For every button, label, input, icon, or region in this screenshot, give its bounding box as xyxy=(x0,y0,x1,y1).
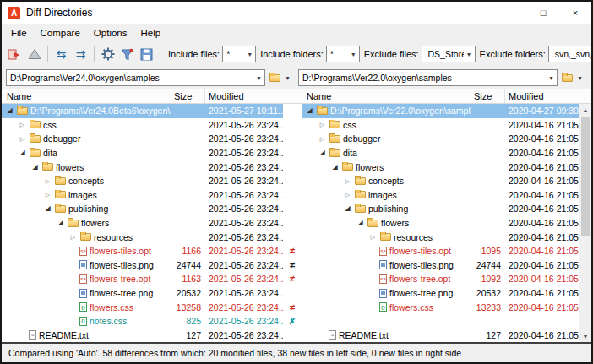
expand-arrow-icon[interactable]: ▷ xyxy=(18,122,27,128)
left-tree-row[interactable]: ▷resources2021-05-26 23:24... xyxy=(2,230,283,244)
left-tree-row[interactable]: flowers.css132582021-05-26 23:24... xyxy=(2,300,283,314)
left-tree-row[interactable]: notes.css8252021-05-26 23:24... xyxy=(2,314,283,329)
left-tree-row[interactable]: flowers-tree.png205322021-05-26 23:24... xyxy=(2,286,283,301)
left-column-header-size[interactable]: Size xyxy=(171,89,204,103)
left-tree-row[interactable]: ▷images2021-05-26 23:24... xyxy=(2,188,283,203)
menu-file[interactable]: File xyxy=(4,26,34,40)
scrollbar-thumb[interactable] xyxy=(581,117,590,236)
left-tree-row[interactable]: ◢flowers2021-05-26 23:24... xyxy=(2,216,283,231)
expand-arrow-icon[interactable]: ▷ xyxy=(368,234,378,240)
left-path-combo[interactable]: D:\Programs\Ver24.0\oxygen\samples ▾ xyxy=(6,69,265,86)
expand-arrow-icon[interactable]: ▷ xyxy=(343,192,352,198)
right-tree-row[interactable]: flowers-tiles.opt10952020-04-16 21:05... xyxy=(302,244,579,258)
exclude-files-combo[interactable]: .DS_Store ▾ xyxy=(422,46,476,62)
include-folders-combo[interactable]: * ▾ xyxy=(326,46,360,62)
item-size: 20532 xyxy=(471,288,504,298)
right-tree-row[interactable]: ▷resources2020-04-16 21:05... xyxy=(302,230,579,244)
menu-options[interactable]: Options xyxy=(87,26,134,40)
scroll-up-icon[interactable]: ▲ xyxy=(579,104,591,116)
right-column-header-name[interactable]: Name xyxy=(302,89,471,103)
expand-arrow-icon[interactable]: ▷ xyxy=(318,122,327,128)
collapse-arrow-icon[interactable]: ◢ xyxy=(305,107,314,114)
perform-comparison-button[interactable] xyxy=(5,44,24,64)
left-tree-row[interactable]: ▷concepts2021-05-26 23:24... xyxy=(2,174,283,188)
collapse-arrow-icon[interactable]: ◢ xyxy=(343,205,352,212)
minimize-button[interactable]: – xyxy=(495,2,527,24)
right-tree-row[interactable]: flowers-tree.png205322020-04-16 21:05... xyxy=(302,286,579,301)
chevron-down-icon[interactable]: ▾ xyxy=(348,51,359,58)
right-path-combo[interactable]: D:\Programs\Ver22.0\oxygen\samples ▾ xyxy=(298,69,558,86)
vertical-scrollbar[interactable]: ▲ ▼ xyxy=(579,104,591,342)
right-tree-row[interactable]: ◢D:\Programs\Ver22.0\oxygen\samples2020-… xyxy=(302,104,579,118)
maximize-button[interactable]: □ xyxy=(527,2,559,24)
expand-arrow-icon[interactable]: ▷ xyxy=(68,234,78,240)
item-name: dita xyxy=(43,148,57,158)
left-column-header-name[interactable]: Name xyxy=(2,89,171,103)
chevron-down-icon[interactable]: ▾ xyxy=(464,51,475,58)
save-report-button[interactable] xyxy=(137,44,156,64)
collapse-arrow-icon[interactable]: ◢ xyxy=(30,164,40,171)
browse-right-button[interactable]: ▾ xyxy=(560,68,587,87)
right-tree-row[interactable]: ◢dita2020-04-16 21:05... xyxy=(302,146,579,160)
right-tree-row[interactable]: ▷concepts2020-04-16 21:05... xyxy=(302,174,579,188)
expand-arrow-icon[interactable]: ▷ xyxy=(318,136,327,142)
scroll-down-icon[interactable]: ▼ xyxy=(579,330,591,342)
collapse-arrow-icon[interactable]: ◢ xyxy=(356,220,365,226)
expand-arrow-icon[interactable]: ▷ xyxy=(43,192,52,198)
exclude-folders-combo[interactable]: .svn,_svn,.git ▾ xyxy=(548,46,591,62)
left-tree-row[interactable]: flowers-tree.opt11632021-05-26 23:24... xyxy=(2,272,283,286)
item-modified: 2020-04-16 21:05... xyxy=(504,218,579,228)
left-tree-row[interactable]: flowers-tiles.opt11662021-05-26 23:24... xyxy=(2,244,283,258)
expand-arrow-icon[interactable]: ▷ xyxy=(18,136,27,142)
diff-marker-column: ≠≠≠≠✗ xyxy=(283,104,302,342)
left-tree-row[interactable]: ◢dita2021-05-26 23:24... xyxy=(2,146,283,160)
right-tree-row[interactable]: ◢publishing2020-04-16 21:05... xyxy=(302,202,579,216)
left-tree-row[interactable]: ◢flowers2021-05-26 23:24... xyxy=(2,160,283,174)
right-column-header-modified[interactable]: Modified xyxy=(504,89,579,103)
right-tree-row[interactable]: ◢flowers2020-04-16 21:05... xyxy=(302,216,579,231)
diff-marker-empty xyxy=(283,216,302,231)
double-arrows-icon: ⇉ xyxy=(76,48,86,60)
settings-button[interactable] xyxy=(98,44,117,64)
collapse-arrow-icon[interactable]: ◢ xyxy=(5,107,14,114)
filter-button[interactable] xyxy=(117,44,137,64)
right-column-header-size[interactable]: Size xyxy=(471,89,504,103)
collapse-arrow-icon[interactable]: ◢ xyxy=(318,149,327,156)
item-modified: 2020-04-16 21:05... xyxy=(504,288,579,298)
expand-arrow-icon[interactable]: ▷ xyxy=(343,178,352,184)
left-column-header-modified[interactable]: Modified xyxy=(204,89,283,103)
left-tree-row[interactable]: ▷debugger2021-05-26 23:24... xyxy=(2,132,283,146)
right-tree-row[interactable]: ▷css2020-04-16 21:05... xyxy=(302,118,579,133)
right-tree-row[interactable]: README.txt1272020-04-16 21:05... xyxy=(302,329,579,343)
collapse-arrow-icon[interactable]: ◢ xyxy=(330,164,340,171)
expand-arrow-icon[interactable]: ▷ xyxy=(43,178,52,184)
copy-left-to-right-button[interactable]: ⇉ xyxy=(71,44,90,64)
left-tree-row[interactable]: ▷css2021-05-26 23:24... xyxy=(2,118,283,133)
include-files-combo[interactable]: * ▾ xyxy=(222,46,256,62)
copy-right-to-left-button[interactable]: ⇆ xyxy=(52,44,71,64)
chevron-down-icon[interactable]: ▾ xyxy=(282,74,293,82)
menu-compare[interactable]: Compare xyxy=(34,26,87,40)
collapse-arrow-icon[interactable]: ◢ xyxy=(18,149,27,156)
right-tree-row[interactable]: ◢flowers2020-04-16 21:05... xyxy=(302,160,579,174)
right-tree-row[interactable]: flowers-tree.opt10922020-04-16 21:05... xyxy=(302,272,579,286)
menu-help[interactable]: Help xyxy=(133,26,167,40)
browse-left-button[interactable]: ▾ xyxy=(268,68,295,87)
right-tree-row[interactable]: flowers.css132332020-04-16 21:05... xyxy=(302,300,579,314)
right-tree-row[interactable]: ▷images2020-04-16 21:05... xyxy=(302,188,579,203)
chevron-down-icon[interactable]: ▾ xyxy=(244,51,255,58)
left-tree-row[interactable]: ◢D:\Programs\Ver24.0Beta6\oxygen\samples… xyxy=(2,104,283,118)
collapse-arrow-icon[interactable]: ◢ xyxy=(56,220,65,226)
folder-icon xyxy=(30,135,41,143)
close-button[interactable]: × xyxy=(559,2,591,24)
left-tree-row[interactable]: flowers-tiles.png247442021-05-26 23:24..… xyxy=(2,258,283,273)
chevron-down-icon[interactable]: ▾ xyxy=(546,74,557,82)
right-tree-row[interactable]: flowers-tiles.png247442020-04-16 21:05..… xyxy=(302,258,579,273)
right-tree-row[interactable]: ▷debugger2020-04-16 21:05... xyxy=(302,132,579,146)
collapse-arrow-icon[interactable]: ◢ xyxy=(43,205,52,212)
left-tree-row[interactable]: README.txt1272021-05-26 23:24... xyxy=(2,329,283,343)
left-tree-row[interactable]: ◢publishing2021-05-26 23:24... xyxy=(2,202,283,216)
chevron-down-icon[interactable]: ▾ xyxy=(574,74,585,82)
chevron-down-icon[interactable]: ▾ xyxy=(253,74,264,82)
compare-tool-button[interactable] xyxy=(24,44,44,64)
